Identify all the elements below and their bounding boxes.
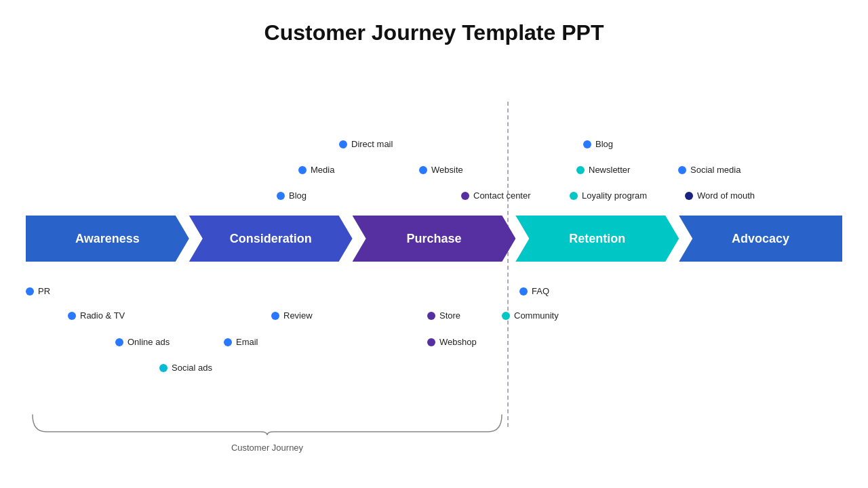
dot-icon	[271, 312, 279, 320]
above-item-4: Newsletter	[576, 165, 630, 175]
below-item-3: Store	[427, 310, 460, 321]
above-item-6: Blog	[277, 190, 307, 201]
below-item-6: Online ads	[115, 337, 170, 347]
dot-icon	[570, 192, 578, 200]
above-item-8: Loyality program	[570, 190, 647, 201]
brace-svg	[26, 411, 509, 439]
dot-icon	[224, 338, 232, 346]
above-item-1: Blog	[583, 139, 613, 149]
dot-icon	[678, 166, 686, 174]
dot-icon	[115, 338, 123, 346]
page: Customer Journey Template PPT Awareness …	[0, 0, 868, 488]
dot-icon	[461, 192, 469, 200]
dashed-divider	[507, 102, 509, 427]
below-item-2: Review	[271, 310, 313, 321]
below-item-9: Social ads	[159, 363, 212, 373]
brace-label: Customer Journey	[26, 443, 509, 453]
dot-icon	[576, 166, 585, 174]
below-item-4: FAQ	[519, 286, 549, 296]
below-item-5: Community	[502, 310, 559, 321]
above-item-7: Contact center	[461, 190, 531, 201]
dot-icon	[298, 166, 307, 174]
above-item-9: Word of mouth	[685, 190, 755, 201]
below-item-0: PR	[26, 286, 50, 296]
dot-icon	[583, 140, 591, 148]
dot-icon	[427, 338, 435, 346]
arrow-consideration: Consideration	[189, 216, 353, 262]
brace-container: Customer Journey	[26, 411, 509, 453]
above-item-2: Media	[298, 165, 334, 175]
below-item-7: Email	[224, 337, 258, 347]
dot-icon	[277, 192, 285, 200]
dot-icon	[502, 312, 510, 320]
dot-icon	[427, 312, 435, 320]
above-item-0: Direct mail	[339, 139, 393, 149]
dot-icon	[685, 192, 693, 200]
arrow-awareness: Awareness	[26, 216, 189, 262]
dot-icon	[339, 140, 347, 148]
dot-icon	[419, 166, 427, 174]
dot-icon	[68, 312, 76, 320]
dot-icon	[519, 287, 528, 296]
below-item-1: Radio & TV	[68, 310, 125, 321]
dot-icon	[26, 287, 34, 296]
dot-icon	[159, 364, 167, 372]
above-item-3: Website	[419, 165, 463, 175]
arrow-retention: Retention	[515, 216, 679, 262]
below-item-8: Webshop	[427, 337, 477, 347]
arrow-advocacy: Advocacy	[679, 216, 842, 262]
page-title: Customer Journey Template PPT	[0, 0, 868, 52]
arrow-purchase: Purchase	[353, 216, 516, 262]
journey-banner: Awareness Consideration Purchase Retenti…	[26, 216, 842, 262]
above-item-5: Social media	[678, 165, 741, 175]
